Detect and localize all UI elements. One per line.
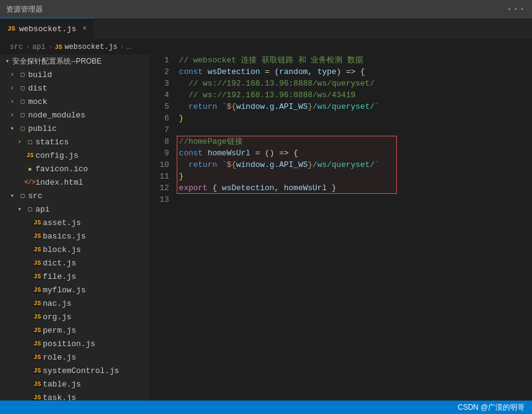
js-file-icon: JS [32,286,43,294]
status-text: CSDN @广漠的明哥 [457,402,525,413]
code-token: /ws/queryset/` [312,102,379,111]
sidebar-item-mock[interactable]: ›▢mock [0,95,150,108]
sidebar-item-table.js[interactable]: JStable.js [0,377,150,391]
tree-item-label: myflow.js [43,286,86,295]
js-file-icon: JS [32,232,43,240]
sidebar-item-public[interactable]: ▾▢public [0,122,150,135]
folder-icon: ▢ [17,111,28,119]
editor[interactable]: 12345678910111213 // websocket 连接 获取链路 和… [150,54,532,401]
js-file-icon: JS [32,259,43,267]
line-number: 10 [160,159,169,171]
code-token: //homePage链接 [179,137,243,146]
tree-item-label: config.js [35,151,78,160]
sidebar-item-systemControl.js[interactable]: JSsystemControl.js [0,364,150,377]
code-token: window.g.API_WS [236,160,308,169]
code-token: random [279,67,308,76]
js-file-icon: JS [32,393,43,401]
root-label: 安全探针配置系统--PROBE [12,56,102,67]
tree-item-label: perm.js [43,326,76,335]
tab-js-icon: JS [7,25,15,32]
tree-arrow-icon: ▾ [15,205,24,213]
tree-item-label: public [28,124,57,133]
sidebar-item-position.js[interactable]: JSposition.js [0,337,150,350]
tree-item-label: nac.js [43,299,72,308]
sidebar-item-node_modules[interactable]: ›▢node_modules [0,108,150,122]
tab-websocket[interactable]: JS websocket.js × [0,18,94,39]
folder-icon: ▢ [17,124,28,133]
sidebar-item-index.html[interactable]: </>index.html [0,176,150,189]
sidebar-item-block.js[interactable]: JSblock.js [0,243,150,256]
sidebar-item-config.js[interactable]: JSconfig.js [0,149,150,162]
line-number: 5 [160,101,169,113]
tree-item-label: asset.js [43,218,81,227]
sidebar-item-org.js[interactable]: JSorg.js [0,310,150,323]
sidebar-item-role.js[interactable]: JSrole.js [0,350,150,364]
breadcrumb-ellipsis: … [127,43,131,51]
title-bar-menu[interactable]: ··· [507,4,526,14]
sidebar-item-dict.js[interactable]: JSdict.js [0,256,150,270]
breadcrumb-icon: JS [55,44,62,51]
sidebar-item-asset.js[interactable]: JSasset.js [0,216,150,229]
sidebar-item-file.js[interactable]: JSfile.js [0,270,150,283]
code-token: /ws/queryset/` [312,160,379,169]
tree-item-label: build [28,70,52,79]
tree-arrow-icon: › [7,98,17,105]
sidebar-item-task.js[interactable]: JStask.js [0,391,150,401]
line-number: 9 [160,147,169,159]
code-token: = () => { [251,149,298,158]
tree-item-label: block.js [43,245,81,254]
js-file-icon: JS [24,151,35,160]
code-line: // websocket 连接 获取链路 和 业务检测 数据 [179,54,532,66]
code-token: // ws://192.168.13.96:8888/ws/43419 [179,91,356,100]
tree-item-label: src [28,191,42,201]
tree-item-label: org.js [43,312,72,322]
ico-file-icon: ★ [24,164,35,174]
tab-close-button[interactable]: × [83,24,87,33]
code-line [179,124,532,136]
sidebar-item-statics[interactable]: ›▢statics [0,135,150,149]
sidebar-item-dist[interactable]: ›▢dist [0,81,150,95]
js-file-icon: JS [32,326,43,335]
code-token: } [179,114,184,123]
code-token: type [317,67,336,76]
tab-label: websocket.js [19,24,76,34]
code-token: , [275,183,284,193]
js-file-icon: JS [32,272,43,281]
tree-item-label: statics [35,138,69,147]
root-arrow-icon: ▾ [2,57,12,65]
line-number: 2 [160,66,169,78]
title-bar: 资源管理器 ··· [0,0,532,18]
sidebar-item-perm.js[interactable]: JSperm.js [0,323,150,337]
line-number: 8 [160,136,169,147]
html-file-icon: </> [24,178,35,187]
tree-item-label: basics.js [43,232,86,241]
sidebar-root[interactable]: ▾ 安全探针配置系统--PROBE [0,54,150,68]
sidebar-item-nac.js[interactable]: JSnac.js [0,297,150,310]
code-line: } [179,171,532,182]
tree-item-label: index.html [35,178,83,187]
breadcrumb-sep1: › [26,43,30,51]
sidebar-item-src[interactable]: ▾▢src [0,189,150,202]
tree-item-label: api [35,205,50,214]
sidebar-item-build[interactable]: ›▢build [0,68,150,81]
breadcrumb-sep2: › [48,43,52,51]
code-line: //homePage链接 [179,136,532,147]
js-file-icon: JS [32,245,43,254]
tree-item-label: dict.js [43,259,76,268]
folder-icon: ▢ [17,97,28,106]
sidebar-item-api[interactable]: ▾▢api [0,202,150,216]
code-token: return [179,160,222,169]
code-line: const homeWsUrl = () => { [179,147,532,159]
sidebar-item-myflow.js[interactable]: JSmyflow.js [0,283,150,297]
code-line [179,194,532,205]
code-area[interactable]: // websocket 连接 获取链路 和 业务检测 数据const wsDe… [177,54,532,401]
code-token: } [308,160,312,169]
code-token: // websocket 连接 获取链路 和 业务检测 数据 [179,56,364,65]
sidebar-item-favicon.ico[interactable]: ★favicon.ico [0,162,150,176]
tree-item-label: systemControl.js [43,366,119,375]
sidebar-item-basics.js[interactable]: JSbasics.js [0,229,150,243]
code-token: const [179,149,208,158]
js-file-icon: JS [32,299,43,308]
code-line: // ws://192.168.13.96:8888/ws/queryset/ [179,78,532,89]
title-bar-label: 资源管理器 [6,4,43,15]
